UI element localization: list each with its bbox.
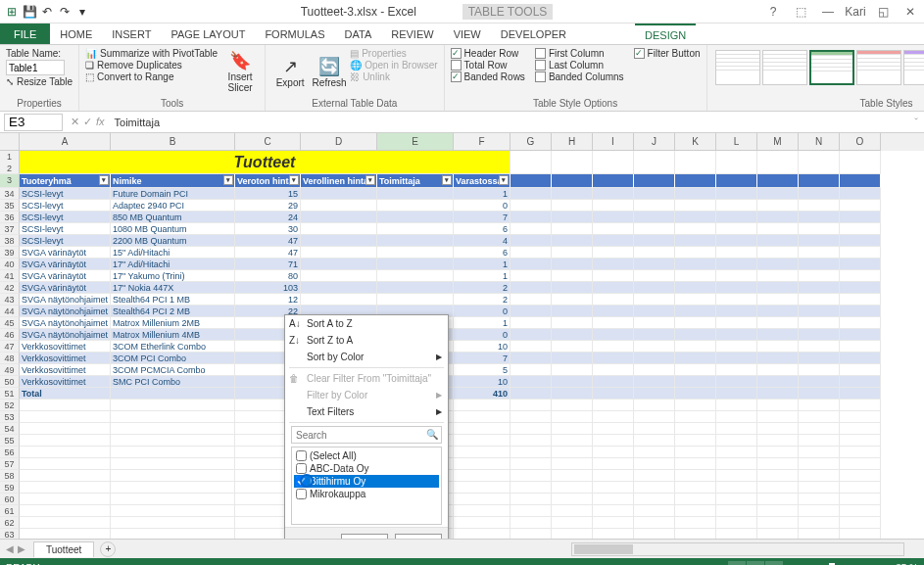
cell[interactable]: SVGA värinäytöt [20,247,111,259]
cell[interactable] [301,247,377,259]
cell[interactable] [716,200,757,212]
cell[interactable] [716,482,757,494]
cell[interactable] [593,400,634,411]
cell[interactable]: 1 [454,270,511,282]
cell[interactable]: Stealth64 PCI 1 MB [111,294,235,306]
cell[interactable] [511,294,552,306]
cell[interactable] [377,282,454,294]
cell[interactable]: SCSI-levyt [20,200,111,212]
cell[interactable] [552,482,593,494]
cell[interactable] [552,447,593,458]
cell[interactable] [799,247,840,259]
cell[interactable] [511,174,552,188]
cell[interactable] [840,174,881,188]
cell[interactable] [552,200,593,212]
cell[interactable]: 3COM Etherlink Combo [111,341,235,353]
cell[interactable] [716,458,757,470]
col-header-J[interactable]: J [634,133,675,151]
col-header-E[interactable]: E [377,133,454,151]
cell[interactable] [20,458,111,470]
help-button[interactable]: ? [763,4,783,20]
filter-item-select-all[interactable]: (Select All) [294,449,439,462]
cell[interactable] [675,411,716,423]
cell[interactable] [511,270,552,282]
filter-search[interactable]: 🔍 [291,426,442,444]
row-header[interactable]: 38 [0,235,20,247]
cell[interactable] [593,174,634,188]
cell[interactable] [716,494,757,505]
cell[interactable] [634,482,675,494]
cell[interactable] [757,470,799,482]
cell[interactable] [511,494,552,505]
cell[interactable]: Verkkosovittimet [20,364,111,376]
cell[interactable] [840,341,881,353]
cell[interactable]: 15" Adi/Hitachi [111,247,235,259]
cell[interactable] [20,517,111,529]
formula-input[interactable]: Toimittaja [109,117,908,128]
cell[interactable]: Toimittaja▾ [377,174,454,188]
cell[interactable] [552,247,593,259]
cell[interactable] [377,270,454,282]
col-header-C[interactable]: C [235,133,301,151]
cell[interactable] [799,411,840,423]
cell[interactable] [840,270,881,282]
ribbon-options-button[interactable]: ⬚ [791,4,810,20]
sheet-nav-first-icon[interactable]: ◀ [6,543,14,554]
col-header-I[interactable]: I [593,133,634,151]
cell[interactable] [511,458,552,470]
cell[interactable] [799,235,840,247]
cell[interactable] [799,529,840,539]
cell[interactable] [511,517,552,529]
cell[interactable]: Matrox Millenium 4MB [111,329,235,341]
cell[interactable] [454,505,511,517]
cell[interactable] [675,447,716,458]
cell[interactable] [757,529,799,539]
filter-search-input[interactable] [291,426,442,444]
cell[interactable] [716,341,757,353]
cell[interactable]: Total [20,388,111,400]
cell[interactable] [675,270,716,282]
row-header[interactable]: 58 [0,470,20,482]
cell[interactable] [675,259,716,270]
cell[interactable] [716,470,757,482]
cell[interactable] [593,317,634,329]
cell[interactable]: Future Domain PCI [111,188,235,200]
cell[interactable] [552,294,593,306]
row-header[interactable]: 56 [0,447,20,458]
cell[interactable] [454,411,511,423]
cell[interactable] [634,376,675,388]
tab-insert[interactable]: INSERT [102,24,161,44]
cell[interactable] [716,294,757,306]
cell[interactable] [675,294,716,306]
cell[interactable] [757,151,799,174]
cell[interactable] [757,411,799,423]
cell[interactable] [511,282,552,294]
cell[interactable] [840,423,881,435]
cell[interactable] [552,494,593,505]
cell[interactable] [552,212,593,223]
cell[interactable] [634,458,675,470]
cell[interactable] [675,388,716,400]
cell[interactable] [111,517,235,529]
row-header[interactable]: 39 [0,247,20,259]
filter-button[interactable]: ▾ [499,175,509,185]
view-break-icon[interactable]: ▥ [765,561,783,565]
cell[interactable] [757,329,799,341]
cell[interactable] [511,482,552,494]
row-header[interactable]: 3 [0,174,20,188]
cell[interactable] [593,188,634,200]
row-header[interactable]: 37 [0,223,20,235]
cell[interactable] [593,435,634,447]
cell[interactable] [675,151,716,174]
cell[interactable] [716,212,757,223]
cell[interactable]: 30 [235,223,301,235]
cell[interactable] [840,435,881,447]
cell[interactable] [716,517,757,529]
cell[interactable] [840,259,881,270]
cell[interactable] [593,529,634,539]
cell[interactable] [634,270,675,282]
cell[interactable] [716,317,757,329]
cell[interactable] [634,505,675,517]
cell[interactable] [840,411,881,423]
cell[interactable] [757,212,799,223]
